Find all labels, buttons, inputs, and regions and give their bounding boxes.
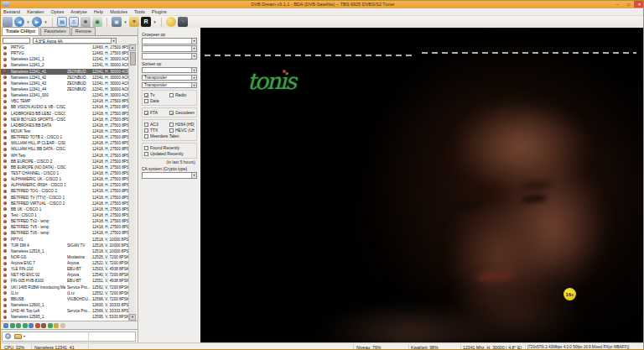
channel-row[interactable]: UHD 4K Top Left Service Pro... 12566, V,… <box>1 308 128 314</box>
group-by-dropdown[interactable]: ▾ <box>142 53 197 60</box>
filter-checkbox[interactable]: Found Recently <box>144 145 195 151</box>
minimize-button[interactable]: – <box>612 1 623 8</box>
osd-icon[interactable] <box>60 323 65 328</box>
prev-channel-icon[interactable]: ◀ <box>14 17 24 27</box>
teletext-icon[interactable] <box>16 323 21 328</box>
channel-row[interactable]: NET HD ENC 02 Anjova 12540, V, 7200 8PSK <box>1 272 128 278</box>
menu-item[interactable]: Analyse <box>70 9 87 14</box>
audio-track-icon[interactable] <box>10 323 15 328</box>
channel-row[interactable]: Nameless 12341_000 12341, H, 30000 ACM <box>1 92 128 98</box>
channel-row[interactable]: ALPHAMERIC IRISH - CISCO 1 12418, H, 275… <box>1 182 128 188</box>
channel-row[interactable]: Nameless 12341_1 12341, H, 30000 ACM <box>1 56 128 62</box>
channel-row[interactable]: BETFRED TOG - CISCO 2 12418, H, 27500 8P… <box>1 188 128 194</box>
open-file-icon[interactable] <box>3 17 13 27</box>
prev-channel-chevron-down-icon[interactable]: ▾ <box>26 17 30 27</box>
sort-by-dropdown[interactable]: Transponder ▾ <box>142 82 197 89</box>
filter-checkbox[interactable]: H264 (HD) <box>169 122 195 128</box>
group-by-dropdown[interactable]: ▾ <box>142 38 197 44</box>
snapshot-icon[interactable] <box>48 323 53 328</box>
chevron-down-icon[interactable]: ▾ <box>191 83 196 89</box>
channel-row[interactable]: WILLIAM HILL BB DATA - CISCO 5 12418, H,… <box>1 146 128 152</box>
channel-row[interactable]: t1.tv t1.tv 12552, V, 7200 8PSK <box>1 290 128 296</box>
chevron-down-icon[interactable]: ▾ <box>191 173 196 179</box>
filter-checkbox[interactable]: FTA <box>144 110 169 116</box>
channel-tab[interactable]: Remote <box>71 27 96 35</box>
globe-icon[interactable] <box>5 333 11 339</box>
filter-checkbox[interactable]: Meerdere Talen <box>144 133 195 139</box>
skins-icon[interactable] <box>166 17 176 27</box>
ca-system-dropdown[interactable]: ▾ <box>142 172 197 179</box>
mute-icon[interactable]: − <box>3 323 8 328</box>
channel-row[interactable]: BETFRED VIRTUAL - CISCO 2 12418, H, 2750… <box>1 201 128 206</box>
channel-row[interactable]: BETFRED TV5 - temp 12418, H, 27500 8PSK <box>1 224 128 230</box>
channel-row[interactable]: Nameless 12341_41 ZEONBUD 12341, H, 3000… <box>1 69 128 75</box>
channel-row[interactable]: BETFRED TV2 - temp 12418, H, 27500 8PSK <box>1 218 128 224</box>
menu-item[interactable]: Modules <box>110 9 127 14</box>
channel-row[interactable]: VBC TEMP 12418, H, 27500 8PSK <box>1 98 128 104</box>
sort-by-dropdown[interactable]: ▾ <box>142 67 197 74</box>
chevron-down-icon[interactable]: ▾ <box>23 333 25 339</box>
filter-checkbox[interactable]: TTX <box>144 128 169 133</box>
chevron-down-icon[interactable]: ▾ <box>191 39 196 44</box>
satellite-select[interactable]: 4.8°E Astra 4A ▾ <box>33 38 117 44</box>
filter-checkbox[interactable]: Gecodeerd <box>169 110 195 116</box>
next-channel-chevron-down-icon[interactable]: ▾ <box>44 17 48 27</box>
timeshift-icon[interactable] <box>41 323 46 328</box>
video-area[interactable]: tonis 16+ <box>200 28 644 342</box>
record-hand-icon[interactable]: ✶ <box>129 17 139 27</box>
menu-item[interactable]: Bestand <box>3 9 20 14</box>
channel-tab[interactable]: Totale CHlijst <box>2 27 39 35</box>
channel-row[interactable]: WH Test 12418, H, 27500 8PSK <box>1 153 128 159</box>
channel-row[interactable]: BBUSB VIGBOHOU... 12568, V, 7200 8PSK <box>1 296 128 302</box>
recordings-chevron-down-icon[interactable]: ▾ <box>153 17 157 27</box>
close-button[interactable]: ✕ <box>634 1 644 8</box>
menu-item[interactable]: Help <box>94 9 103 14</box>
maximize-button[interactable]: □ <box>623 1 634 8</box>
channel-row[interactable]: LADBROKES BB LEB2 - CISCO 1 12418, H, 27… <box>1 111 128 117</box>
filter-checkbox[interactable]: AC3 <box>144 122 169 128</box>
channel-row[interactable]: BETFRED TV6 - temp 12418, H, 27500 8PSK <box>1 230 128 236</box>
next-channel-icon[interactable]: ▶ <box>32 17 42 27</box>
channel-row[interactable]: Anjova ENC 7 Anjova 12522, V, 7200 8PSK <box>1 260 128 266</box>
channel-row[interactable]: NEW BOYLES SPORTS - CISCO 1 12418, H, 27… <box>1 117 128 123</box>
subtitles-icon[interactable] <box>23 323 28 328</box>
channel-row[interactable]: BETFRED TV (TTV) - CISCO 1 12418, H, 275… <box>1 195 128 201</box>
filter-checkbox[interactable]: Tv <box>144 92 169 98</box>
channel-row[interactable]: Nameless 12600_1 12600, V, 33333 8PSK <box>1 302 128 308</box>
channel-list-icon[interactable]: ▤ <box>57 17 67 27</box>
channel-row[interactable]: Nameless 12595_1 12595, V, 5333 8PSK <box>1 314 128 320</box>
scroll-up-icon[interactable]: ▲ <box>129 44 136 51</box>
channel-row[interactable]: YLE FIN-210 EBU-BT 12503, V, 4938 8PSK <box>1 266 128 272</box>
filter-checkbox[interactable]: Radio <box>169 92 195 98</box>
channel-tab[interactable]: Favorieten <box>40 27 70 35</box>
video-capture-chevron-down-icon[interactable]: ▾ <box>123 17 127 27</box>
playlist-icon[interactable] <box>54 323 59 328</box>
channel-row[interactable]: UKI 1465 R1BW Introducing Main Service P… <box>1 285 128 290</box>
channel-row[interactable]: NOR-GS Moslavina 12525, V, 7200 8PSK <box>1 254 128 260</box>
channel-row[interactable]: BETFRED TOTB 2 - CISCO 1 12418, H, 27500… <box>1 134 128 140</box>
channel-row[interactable]: ALPHAMERIC UK - CISCO 1 12418, H, 27500 … <box>1 176 128 182</box>
channel-row[interactable]: FIN-005 HVB-8100 EBU-BT 12551, V, 4938 8… <box>1 278 128 284</box>
satellite-dish-icon[interactable]: ◝ <box>178 17 188 27</box>
filter-checkbox[interactable]: HEVC (UHD) <box>169 128 195 133</box>
video-capture-icon[interactable]: ▣ <box>112 17 122 27</box>
channel-search-input[interactable] <box>3 38 30 44</box>
favorites-list-icon[interactable]: ≡ <box>69 17 79 27</box>
settings-gears-icon[interactable]: ✱ <box>80 17 91 27</box>
recordings-icon[interactable]: R <box>141 17 151 27</box>
channel-row[interactable]: BB EUROPE (NO DATA) - CISCO 2 12418, H, … <box>1 165 128 170</box>
chevron-down-icon[interactable]: ▾ <box>191 46 196 52</box>
channel-row[interactable]: PRTVG 12460, H, 27500 8PSK <box>1 44 128 50</box>
chevron-down-icon[interactable]: ▾ <box>191 68 196 74</box>
channel-row[interactable]: Nameless 12341_44 ZEONBUD 12341, H, 3000… <box>1 86 128 92</box>
menu-item[interactable]: Kanalen <box>27 9 44 14</box>
channel-row[interactable]: TUR DM A SIGAN TV 12518, V, 10000 8PSK <box>1 243 128 248</box>
menu-item[interactable]: Tools <box>134 9 145 14</box>
scrollbar-thumb[interactable] <box>130 52 136 65</box>
chevron-down-icon[interactable]: ▾ <box>191 76 196 81</box>
epg-web-icon[interactable]: ◉ <box>92 17 102 27</box>
channel-row[interactable]: Nameless 12341_2 12341, H, 30000 ACM <box>1 62 128 68</box>
channel-row[interactable]: Test - CISCO 1 12418, H, 27500 8PSK <box>1 212 128 218</box>
record-icon[interactable] <box>35 323 40 328</box>
menu-item[interactable]: Plugins <box>152 9 167 14</box>
